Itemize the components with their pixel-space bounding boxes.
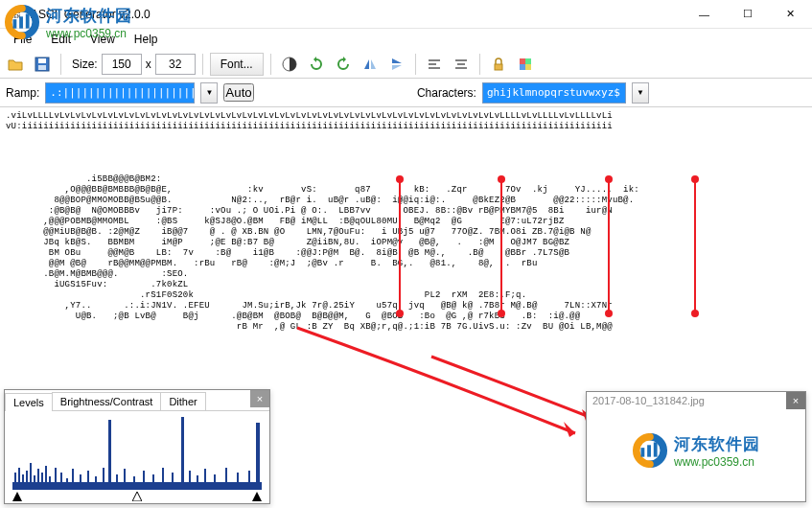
svg-rect-10	[495, 64, 502, 70]
logo-icon	[4, 4, 40, 40]
size-label: Size:	[72, 58, 98, 71]
svg-rect-36	[124, 469, 126, 490]
annotation-dot	[396, 310, 404, 317]
svg-rect-41	[172, 473, 174, 490]
open-file-icon[interactable]	[4, 53, 27, 76]
svg-rect-26	[55, 468, 57, 490]
toolbar-separator	[270, 54, 271, 75]
annotation-line	[399, 179, 401, 313]
svg-rect-18	[22, 474, 24, 490]
panel-close-button[interactable]: ×	[250, 390, 269, 407]
ascii-output-area[interactable]: .viLvLLLLvLvLvLvLvLvLvLvLvLvLvLvLvLvLvLv…	[0, 107, 812, 508]
annotation-arrow	[288, 318, 604, 452]
svg-rect-31	[87, 471, 89, 490]
ramp-dropdown-icon[interactable]: ▼	[200, 82, 218, 104]
svg-rect-28	[66, 478, 68, 490]
flip-horizontal-icon[interactable]	[359, 53, 382, 76]
svg-rect-29	[72, 469, 74, 490]
ramp-label: Ramp:	[6, 86, 39, 100]
svg-rect-25	[49, 476, 51, 490]
svg-rect-2	[38, 65, 46, 70]
tab-brightness-contrast[interactable]: Brightness/Contrast	[52, 392, 162, 410]
toolbar: Size: x Font...	[0, 50, 812, 79]
flip-vertical-icon[interactable]	[385, 53, 408, 76]
maximize-button[interactable]: ☐	[726, 0, 769, 29]
ramp-bar: Ramp: .:||||||||||||||||||||||||||||||||…	[0, 79, 812, 107]
svg-rect-55	[19, 16, 23, 28]
rotate-right-icon[interactable]	[332, 53, 355, 76]
align-center-icon[interactable]	[450, 53, 473, 76]
annotation-dot	[396, 175, 404, 183]
characters-input[interactable]: ghijklmnopqrstuvwxyz$	[482, 82, 626, 104]
panel-close-button[interactable]: ×	[786, 392, 805, 409]
svg-rect-53	[654, 442, 658, 456]
logo-text-url: www.pc0359.cn	[674, 455, 760, 469]
tab-levels[interactable]: Levels	[5, 393, 53, 411]
ramp-input[interactable]: .:|||||||||||||||||||||||||||||||||||	[45, 82, 195, 104]
svg-rect-39	[152, 474, 154, 490]
tab-dither[interactable]: Dither	[160, 392, 205, 410]
logo-text-url: www.pc0359.cn	[46, 27, 132, 40]
blackwhite-icon[interactable]	[278, 53, 301, 76]
characters-dropdown-icon[interactable]: ▼	[632, 82, 649, 104]
svg-rect-33	[103, 468, 104, 490]
ascii-text: .viLvLLLLvLvLvLvLvLvLvLvLvLvLvLvLvLvLvLv…	[0, 107, 812, 336]
annotation-arrow	[422, 347, 614, 433]
svg-rect-27	[60, 473, 62, 490]
watermark-overlay: 河东软件园 www.pc0359.cn	[4, 4, 132, 40]
width-input[interactable]	[102, 54, 142, 75]
toolbar-separator	[415, 54, 416, 75]
font-button[interactable]: Font...	[210, 53, 264, 76]
svg-rect-20	[30, 463, 32, 490]
toolbar-separator	[479, 54, 480, 75]
svg-rect-34	[108, 420, 111, 490]
logo-icon	[632, 432, 668, 469]
align-left-icon[interactable]	[423, 53, 446, 76]
palette-icon[interactable]	[514, 53, 537, 76]
lock-icon[interactable]	[487, 53, 510, 76]
annotation-line	[608, 179, 610, 313]
annotation-dot	[605, 175, 613, 183]
svg-rect-54	[13, 19, 17, 29]
annotation-dot	[498, 310, 505, 317]
svg-rect-23	[41, 473, 43, 490]
svg-rect-14	[525, 64, 531, 70]
preview-image: 河东软件园 www.pc0359.cn	[594, 413, 798, 488]
annotation-dot	[498, 175, 505, 183]
svg-rect-44	[197, 475, 198, 490]
save-icon[interactable]	[31, 53, 54, 76]
logo-text-cn: 河东软件园	[674, 433, 760, 455]
annotation-dot	[691, 175, 699, 183]
rotate-left-icon[interactable]	[305, 53, 328, 76]
level-sliders[interactable]	[12, 490, 262, 501]
toolbar-separator	[202, 54, 203, 75]
annotation-line	[694, 179, 696, 313]
svg-rect-45	[204, 469, 206, 490]
minimize-button[interactable]: —	[683, 0, 726, 29]
annotation-line	[500, 179, 502, 313]
height-input[interactable]	[155, 54, 196, 75]
svg-rect-12	[525, 58, 531, 64]
svg-rect-19	[26, 471, 28, 490]
svg-rect-52	[647, 445, 651, 456]
svg-rect-37	[133, 476, 135, 490]
close-button[interactable]: ✕	[769, 0, 812, 29]
preview-filename: 2017-08-10_131842.jpg	[587, 392, 805, 409]
annotation-dot	[691, 310, 699, 317]
svg-rect-1	[38, 58, 46, 63]
logo-text-cn: 河东软件园	[46, 5, 132, 27]
svg-rect-40	[162, 468, 164, 490]
auto-button[interactable]: Auto	[223, 83, 253, 102]
levels-panel: × Levels Brightness/Contrast Dither	[4, 389, 270, 504]
svg-rect-32	[95, 476, 97, 490]
svg-rect-35	[116, 474, 118, 490]
svg-rect-46	[214, 474, 216, 490]
svg-rect-30	[80, 474, 81, 490]
svg-rect-24	[45, 466, 47, 490]
svg-rect-11	[520, 58, 525, 64]
svg-rect-16	[14, 473, 16, 490]
svg-rect-21	[34, 475, 35, 490]
svg-rect-13	[520, 64, 525, 70]
size-sep: x	[146, 58, 151, 71]
svg-rect-42	[181, 417, 184, 490]
